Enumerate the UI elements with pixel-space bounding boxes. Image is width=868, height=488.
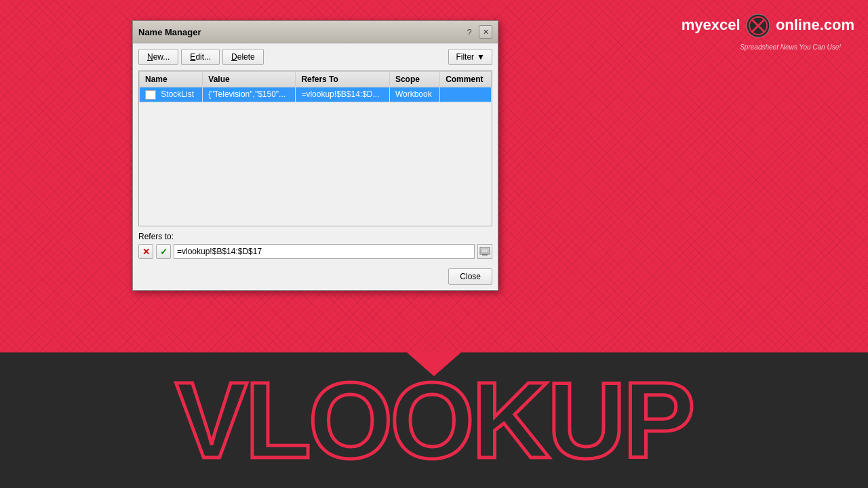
dialog-title: Name Manager <box>138 27 201 37</box>
col-name: Name <box>140 72 203 87</box>
cell-refers-to: =vlookup!$B$14:$D... <box>296 87 389 102</box>
refers-to-cancel-button[interactable]: ✕ <box>138 244 153 259</box>
delete-button[interactable]: Delete <box>222 49 264 65</box>
logo-text: myexcel online.com <box>682 14 854 38</box>
cell-name: StockList <box>140 87 203 102</box>
dialog-body: New... Edit... Delete Filter ▼ <box>133 43 498 264</box>
logo-x-icon <box>746 14 770 38</box>
col-comment: Comment <box>440 72 492 87</box>
name-table: Name Value Refers To Scope Comment Stock… <box>139 71 492 102</box>
edit-button-label: Edit... <box>190 52 211 62</box>
filter-button[interactable]: Filter ▼ <box>448 49 492 65</box>
dialog-toolbar: New... Edit... Delete Filter ▼ <box>138 49 492 65</box>
delete-button-label: Delete <box>231 52 255 62</box>
dialog-controls: ? ✕ <box>462 25 492 39</box>
svg-rect-5 <box>481 249 488 253</box>
logo-excel: excel <box>703 16 741 33</box>
edit-button[interactable]: Edit... <box>181 49 220 65</box>
refers-to-input[interactable] <box>174 244 475 259</box>
cell-scope: Workbook <box>389 87 439 102</box>
close-button[interactable]: Close <box>448 268 492 285</box>
dialog-footer: Close <box>133 264 498 290</box>
table-row[interactable]: StockList {"Television","$150"... =vlook… <box>140 87 492 102</box>
vlookup-text: VLOOKUP <box>175 366 692 474</box>
cell-value: {"Television","$150"... <box>203 87 296 102</box>
row-icon <box>145 90 156 100</box>
refers-to-row: ✕ ✓ <box>138 244 492 259</box>
name-manager-dialog: Name Manager ? ✕ New... Edit... Delete <box>132 20 498 291</box>
logo-online: online.com <box>776 16 854 33</box>
dialog-help-button[interactable]: ? <box>462 25 476 39</box>
cell-name-value: StockList <box>161 89 194 99</box>
table-header-row: Name Value Refers To Scope Comment <box>140 72 492 87</box>
name-table-container[interactable]: Name Value Refers To Scope Comment Stock… <box>138 70 492 226</box>
bottom-section: VLOOKUP <box>0 352 868 488</box>
dialog-titlebar: Name Manager ? ✕ <box>133 21 498 43</box>
filter-label: Filter <box>456 52 474 62</box>
refers-to-collapse-button[interactable] <box>477 244 492 259</box>
new-button-label: New... <box>147 52 170 62</box>
collapse-icon <box>479 247 490 256</box>
col-refers-to: Refers To <box>296 72 389 87</box>
filter-dropdown-icon: ▼ <box>477 52 485 62</box>
new-button[interactable]: New... <box>138 49 178 65</box>
top-section: myexcel online.com Spreadsheet News You … <box>0 0 868 352</box>
col-scope: Scope <box>389 72 439 87</box>
col-value: Value <box>203 72 296 87</box>
dialog-close-button[interactable]: ✕ <box>479 25 492 39</box>
logo-tagline: Spreadsheet News You Can Use! <box>740 43 841 51</box>
logo: myexcel online.com Spreadsheet News You … <box>682 14 854 38</box>
refers-to-confirm-button[interactable]: ✓ <box>156 244 171 259</box>
refers-to-section: Refers to: ✕ ✓ <box>138 232 492 259</box>
refers-to-label: Refers to: <box>138 232 492 241</box>
cell-comment <box>440 87 492 102</box>
logo-my: my <box>682 16 703 33</box>
